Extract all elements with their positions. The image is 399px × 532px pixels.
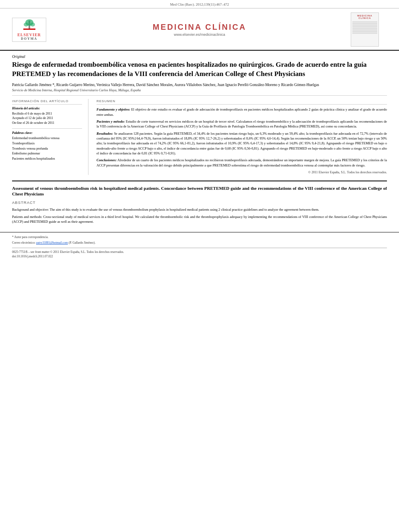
page: Med Clin (Barc). 2012;139(11):467–472 EL… [0, 0, 399, 532]
english-title: Assessment of venous thromboembolism ris… [12, 185, 387, 197]
keyword-2: Tromboprofilaxis [12, 141, 82, 146]
conclusiones-label: Conclusiones: [97, 158, 117, 162]
online-text: On-line el 26 de octubre de 2011 [12, 121, 82, 125]
pacientes-text: Estudio de corte transversal en servicio… [97, 119, 387, 128]
english-section: Assessment of venous thromboembolism ris… [12, 181, 387, 224]
elsevier-icon [21, 18, 37, 33]
footnote-text: * Autor para correspondencia. [12, 235, 48, 239]
journal-url: www.elsevier.es/medicinaclinica [56, 33, 343, 37]
two-column-layout: INFORMACIÓN DEL ARTÍCULO Historia del ar… [12, 99, 387, 175]
doi-line: doi:10.1016/j.medcli.2011.07.022 [12, 254, 387, 259]
publisher-logo: ELSEVIER DOYMA [12, 18, 48, 42]
resultados-para: Resultados: Se analizaron 128 pacientes.… [97, 131, 387, 156]
journal-cover-area: MEDICINACLÍNICA [351, 12, 387, 47]
citation-text: Med Clin (Barc). 2012;139(11):467–472 [170, 2, 229, 6]
svg-point-4 [30, 23, 35, 27]
patients-label: Patients and methods: [12, 215, 42, 219]
conclusiones-para: Conclusiones: Alrededor de un cuarto de … [97, 158, 387, 168]
journal-title: MEDICINA CLÍNICA [56, 23, 343, 32]
article-section-label: Original [12, 55, 387, 59]
patients-text: Cross-sectional study of medical service… [12, 215, 387, 224]
accepted-text: Aceptado el 12 de julio de 2011 [12, 116, 82, 120]
article-title: Riesgo de enfermedad tromboembólica veno… [12, 60, 387, 79]
pacientes-label: Pacientes y método: [97, 119, 125, 123]
keyword-4: Embolismo pulmonar [12, 151, 82, 156]
email-address[interactable]: patry31881@hotmail.com [36, 241, 68, 244]
resumen-title: RESUMEN [97, 99, 387, 105]
fundamento-text: El objetivo de este estudio es evaluar e… [97, 107, 387, 116]
journal-header: ELSEVIER DOYMA MEDICINA CLÍNICA www.else… [0, 8, 399, 51]
email-line: Correo electrónico: patry31881@hotmail.c… [12, 240, 387, 245]
doyma-label: DOYMA [21, 37, 37, 41]
copyright-text: © 2011 Elsevier España, S.L. Todos los d… [97, 170, 387, 175]
resultados-text: Se analizaron 128 pacientes. Según la gu… [97, 131, 387, 155]
history-block: Historia del artículo: Recibido el 6 de … [12, 106, 82, 125]
footnote: * Autor para correspondencia. [12, 235, 387, 239]
keywords-block: Palabras clave: Enfermedad tromboembólic… [12, 131, 82, 162]
email-label: Correo electrónico: [12, 241, 35, 244]
left-divider-1 [12, 128, 82, 129]
authors: Patricia Gallardo Jiménez *, Ricardo Gui… [12, 83, 387, 87]
email-name: (P. Gallardo Jiménez). [69, 241, 96, 244]
svg-rect-0 [23, 29, 35, 30]
right-column: RESUMEN Fundamento y objetivo: El objeti… [97, 99, 387, 175]
pacientes-para: Pacientes y método: Estudio de corte tra… [97, 119, 387, 129]
citation-bar: Med Clin (Barc). 2012;139(11):467–472 [0, 0, 399, 8]
keywords-list: Enfermedad tromboembólica venosa Trombop… [12, 136, 82, 162]
svg-point-3 [24, 23, 29, 27]
issn-line: 0025-7753/$ – see front matter © 2011 El… [12, 250, 387, 254]
background-label: Background and objective: [12, 207, 49, 212]
fundamento-para: Fundamento y objetivo: El objetivo de es… [97, 107, 387, 117]
keyword-5: Pacientes médicos hospitalizados [12, 156, 82, 162]
journal-title-area: MEDICINA CLÍNICA www.elsevier.es/medicin… [48, 23, 351, 37]
background-text: The aim of this study is to evaluate the… [50, 207, 319, 212]
cover-title: MEDICINACLÍNICA [357, 14, 372, 19]
keyword-1: Enfermedad tromboembólica venosa [12, 136, 82, 141]
abstract-heading: ABSTRACT [12, 200, 387, 205]
keyword-3: Trombosis venosa profunda [12, 146, 82, 152]
info-section-title: INFORMACIÓN DEL ARTÍCULO [12, 99, 82, 105]
journal-cover: MEDICINACLÍNICA [351, 12, 379, 47]
fundamento-label: Fundamento y objetivo: [97, 107, 130, 111]
patients-para: Patients and methods: Cross-sectional st… [12, 214, 387, 224]
background-para: Background and objective: The aim of thi… [12, 207, 387, 212]
affiliation: Servicio de Medicina Interna, Hospital R… [12, 88, 387, 92]
resultados-label: Resultados: [97, 131, 113, 136]
received-text: Recibido el 6 de mayo de 2011 [12, 111, 82, 116]
main-content: Original Riesgo de enfermedad tromboembó… [0, 55, 399, 224]
elsevier-label: ELSEVIER [17, 33, 41, 37]
section-divider [12, 95, 387, 96]
cover-decoration [352, 21, 377, 34]
keywords-label: Palabras clave: [12, 131, 82, 135]
history-label: Historia del artículo: [12, 106, 82, 111]
left-column: INFORMACIÓN DEL ARTÍCULO Historia del ar… [12, 99, 88, 175]
conclusiones-text: Alrededor de un cuarto de los pacientes … [97, 158, 387, 167]
footer: * Autor para correspondencia. Correo ele… [0, 232, 399, 262]
